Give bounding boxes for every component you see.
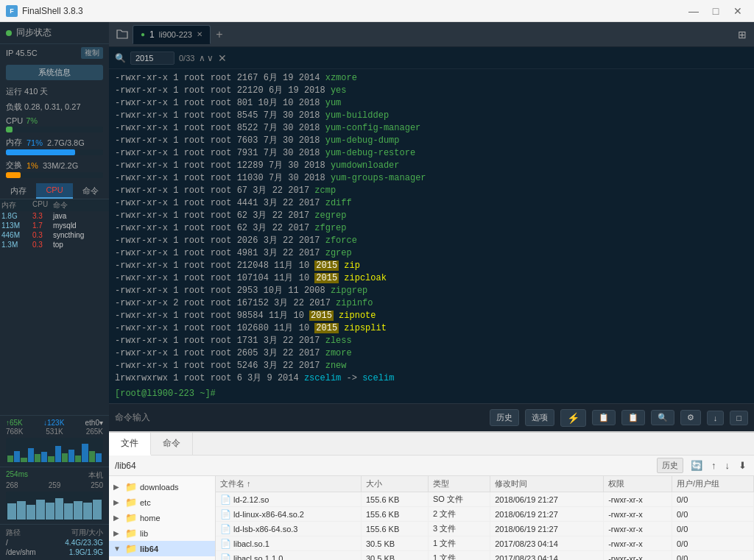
disk-section: 路径 可用/大小 / 4.4G/23.3G /dev/shm 1.9G/1.9G [0,524,109,560]
term-line: -rwxr-xr-x 1 root root 4441 3月 22 2017 z… [115,197,748,210]
tab-file[interactable]: 文件 [109,433,151,456]
net-eth[interactable]: eth0▾ [85,419,103,427]
history-button[interactable]: 历史 [490,409,519,426]
tree-item-lib64[interactable]: ▼ 📁 lib64 [109,541,215,556]
swap-bar [6,172,103,178]
find-button[interactable]: 🔍 [651,410,674,425]
process-row[interactable]: 113M 1.7 mysqld [0,221,109,230]
col-perm[interactable]: 权限 [604,476,672,492]
search-close-button[interactable]: ✕ [218,52,227,64]
term-line: -rwxr-xr-x 1 root root 62 3月 22 2017 zeg… [115,210,748,222]
term-line: -rwxr-xr-x 1 root root 2953 10月 11 2008 … [115,285,748,297]
upload-button[interactable]: ↑ [710,458,718,472]
minimize-button[interactable]: — [683,4,704,18]
lightning-button[interactable]: ⚡ [560,409,586,427]
file-row[interactable]: 📄libacl.so.1.1.0 30.5 KB 1 文件 2017/08/23… [216,551,754,561]
tab-cmd[interactable]: 命令 [73,183,109,199]
terminal[interactable]: -rwxr-xr-x 1 root root 2167 6月 19 2014 x… [109,69,754,403]
swap-val: 33M/2.2G [43,161,78,170]
search-prev-button[interactable]: ∧ [199,53,205,63]
maximize-button[interactable]: □ [705,4,726,18]
term-line: -rwxr-xr-x 1 root root 8545 7月 30 2018 y… [115,110,748,122]
refresh-button[interactable]: 🔄 [689,458,704,472]
load-avg: 负载 0.28, 0.31, 0.27 [0,100,109,114]
tree-item[interactable]: ▶ 📁 etc [109,495,215,510]
download2-button[interactable]: ⬇ [737,458,748,472]
process-tabs: 内存 CPU 命令 [0,183,109,199]
cmd-input[interactable] [156,413,484,423]
titlebar: F FinalShell 3.8.3 — □ ✕ [0,0,754,22]
history-path-button[interactable]: 历史 [657,458,683,473]
expand-icon: ▶ [113,483,122,491]
mem-resource: 内存 71% 2.7G/3.8G [0,135,109,157]
term-line: -rwxr-xr-x 1 root root 107104 11月 10 201… [115,272,748,285]
term-line: -rwxr-xr-x 1 root root 5246 3月 22 2017 z… [115,360,748,372]
term-line: -rwxr-xr-x 1 root root 102680 11月 10 201… [115,322,748,335]
process-row[interactable]: 446M 0.3 syncthing [0,230,109,240]
file-tree: ▶ 📁 downloads ▶ 📁 etc ▶ 📁 home [109,476,216,560]
file-table: 文件名 ↑ 大小 类型 修改时间 权限 用户/用户组 📄ld-2.12.so [216,476,754,560]
term-line: -rwxr-xr-x 1 root root 98584 11月 10 2015… [115,310,748,322]
term-line: -rwxr-xr-x 1 root root 8522 7月 30 2018 y… [115,122,748,135]
close-button[interactable]: ✕ [727,4,748,18]
term-line: -rwxr-xr-x 1 root root 212048 11月 10 201… [115,260,748,272]
copy-button[interactable]: 📋 [592,410,616,425]
process-list: 内存 CPU 命令 1.8G 3.3 java 113M 1.7 mysqld … [0,199,109,415]
term-line: -rwxr-xr-x 1 root root 67 3月 22 2017 zcm… [115,185,748,197]
app-title: FinalShell 3.8.3 [22,6,83,16]
file-browser: ▶ 📁 downloads ▶ 📁 etc ▶ 📁 home [109,476,754,560]
term-line: -rwxr-xr-x 1 root root 11030 7月 30 2018 … [115,172,748,185]
mem-bar [6,149,103,155]
tab-close-button[interactable]: ✕ [197,30,202,38]
sync-status: 同步状态 [0,22,109,44]
download-button[interactable]: ↓ [707,411,725,425]
latency-chart [6,492,103,521]
term-line: -rwxr-xr-x 1 root root 22120 6月 19 2018 … [115,85,748,97]
tab-grid-button[interactable]: ⊞ [733,27,751,42]
session-tab[interactable]: ● 1 li900-223 ✕ [133,25,211,44]
tab-cpu[interactable]: CPU [36,183,72,199]
file-list: 文件名 ↑ 大小 类型 修改时间 权限 用户/用户组 📄ld-2.12.so [216,476,754,560]
process-row[interactable]: 1.3M 0.3 top [0,240,109,249]
tree-item[interactable]: ▶ 📁 downloads [109,479,215,495]
latency-section: 254ms 本机 268 259 250 [0,467,109,524]
term-line: -rwxr-xr-x 1 root root 7931 7月 30 2018 y… [115,147,748,160]
titlebar-controls: — □ ✕ [683,4,748,18]
settings-button[interactable]: ⚙ [680,410,701,425]
process-header: 内存 CPU 命令 [0,199,109,211]
search-input[interactable] [130,52,175,65]
file-row[interactable]: 📄ld-linux-x86-64.so.2 155.6 KB 2 文件 2018… [216,507,754,522]
cpu-fill [6,127,13,132]
col-name[interactable]: 文件名 ↑ [216,476,362,492]
sync-label: 同步状态 [16,26,52,39]
search-next-button[interactable]: ∨ [207,53,214,63]
tree-item[interactable]: ▶ 📁 lib [109,525,215,541]
process-row[interactable]: 1.8G 3.3 java [0,211,109,221]
col-owner[interactable]: 用户/用户组 [672,476,754,492]
tab-mem[interactable]: 内存 [0,183,36,199]
prompt-line: [root@li900-223 ~]# [115,388,748,400]
app-icon: F [6,5,18,17]
paste-button[interactable]: 📋 [621,410,645,425]
tree-item[interactable]: ▶ 📁 home [109,510,215,525]
swap-pct: 1% [27,161,38,170]
download-file-button[interactable]: ↓ [724,458,732,472]
add-tab-button[interactable]: + [211,26,228,43]
col-modified[interactable]: 修改时间 [490,476,604,492]
mem-label: 内存 [6,137,22,148]
cpu-resource: CPU 7% [0,114,109,135]
file-row[interactable]: 📄ld-lsb-x86-64.so.3 155.6 KB 3 文件 2018/0… [216,522,754,536]
file-row[interactable]: 📄libacl.so.1 30.5 KB 1 文件 2017/08/23 04:… [216,536,754,551]
file-row[interactable]: 📄ld-2.12.so 155.6 KB SO 文件 2018/06/19 21… [216,492,754,507]
main-layout: 同步状态 IP 45.5C 複制 系统信息 运行 410 天 负载 0.28, … [0,22,754,560]
col-size[interactable]: 大小 [362,476,429,492]
col-type[interactable]: 类型 [428,476,490,492]
cmd-label: 命令输入 [115,411,150,424]
folder-icon-button[interactable] [112,25,133,44]
tab-command[interactable]: 命令 [151,433,193,455]
copy-ip-button[interactable]: 複制 [81,47,103,59]
net-chart [6,438,103,464]
fullscreen-button[interactable]: □ [730,411,748,425]
sys-info-button[interactable]: 系统信息 [6,65,103,80]
options-button[interactable]: 选项 [525,409,554,426]
